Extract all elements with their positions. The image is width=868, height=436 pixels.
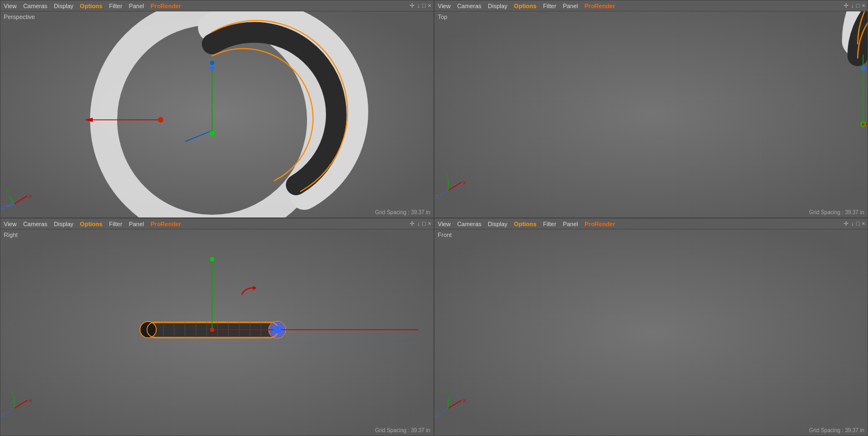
display-menu-front[interactable]: Display <box>487 221 508 227</box>
svg-point-8 <box>158 117 163 123</box>
svg-rect-18 <box>435 11 867 217</box>
top-grid-svg: X Y Z <box>435 11 867 217</box>
filter-menu-top[interactable]: Filter <box>542 3 557 9</box>
prorend-menu-top[interactable]: ProRender <box>584 3 616 9</box>
fullscreen-icon-right[interactable]: □ <box>422 220 426 227</box>
move-icon-right[interactable]: ✛ <box>410 220 414 227</box>
svg-text:Z: Z <box>436 194 439 200</box>
front-label: Front <box>438 232 452 238</box>
prorend-menu-right[interactable]: ProRender <box>150 221 182 227</box>
viewport-right[interactable]: View Cameras Display Options Filter Pane… <box>0 218 434 436</box>
panel-menu-persp[interactable]: Panel <box>127 3 145 9</box>
top-canvas: X Y Z <box>435 11 867 217</box>
options-menu-right[interactable]: Options <box>79 221 104 227</box>
toolbar-icons-right: ✛ ↓ □ × <box>410 220 431 227</box>
view-menu-persp[interactable]: View <box>3 3 18 9</box>
options-menu-persp[interactable]: Options <box>79 3 104 9</box>
display-menu-persp[interactable]: Display <box>53 3 74 9</box>
close-icon-front[interactable]: × <box>862 220 865 227</box>
filter-menu-right[interactable]: Filter <box>108 221 123 227</box>
viewport-grid: View Cameras Display Options Filter Pane… <box>0 0 868 436</box>
move-icon-front[interactable]: ✛ <box>844 220 848 227</box>
down-icon-front[interactable]: ↓ <box>851 220 854 227</box>
panel-menu-right[interactable]: Panel <box>127 221 145 227</box>
right-canvas: X Y Z <box>1 229 433 435</box>
svg-point-9 <box>209 131 215 136</box>
right-grid-svg: X Y Z <box>1 229 433 435</box>
display-menu-top[interactable]: Display <box>487 3 508 9</box>
prorend-menu-persp[interactable]: ProRender <box>150 3 182 9</box>
cameras-menu-top[interactable]: Cameras <box>456 3 483 9</box>
down-icon-right[interactable]: ↓ <box>417 220 420 227</box>
svg-point-56 <box>210 328 214 332</box>
svg-text:Y: Y <box>445 172 449 178</box>
move-icon-top[interactable]: ✛ <box>844 2 848 9</box>
svg-point-10 <box>210 66 214 70</box>
cameras-menu-front[interactable]: Cameras <box>456 221 483 227</box>
svg-point-38 <box>141 322 156 337</box>
viewport-top[interactable]: View Cameras Display Options Filter Pane… <box>434 0 868 218</box>
prorend-menu-front[interactable]: ProRender <box>584 221 616 227</box>
view-menu-right[interactable]: View <box>3 221 18 227</box>
perspective-label: Perspective <box>4 14 35 20</box>
options-menu-front[interactable]: Options <box>513 221 538 227</box>
toolbar-right: View Cameras Display Options Filter Pane… <box>1 219 433 229</box>
toolbar-icons-persp: ✛ ↓ □ × <box>410 2 431 9</box>
toolbar-front: View Cameras Display Options Filter Pane… <box>435 219 867 229</box>
grid-spacing-right: Grid Spacing : 39.37 in <box>375 427 430 433</box>
svg-point-6 <box>210 61 214 65</box>
view-menu-front[interactable]: View <box>437 221 452 227</box>
down-icon-persp[interactable]: ↓ <box>417 2 420 9</box>
svg-point-55 <box>273 326 281 334</box>
filter-menu-persp[interactable]: Filter <box>108 3 123 9</box>
fullscreen-icon-front[interactable]: □ <box>856 220 860 227</box>
toolbar-icons-front: ✛ ↓ □ × <box>844 220 865 227</box>
svg-text:X: X <box>463 398 466 403</box>
grid-spacing-front: Grid Spacing : 39.37 in <box>809 427 864 433</box>
perspective-canvas: X Y Z <box>1 11 433 217</box>
move-icon-persp[interactable]: ✛ <box>410 2 414 9</box>
viewport-front[interactable]: View Cameras Display Options Filter Pane… <box>434 218 868 436</box>
svg-text:Y: Y <box>445 390 449 396</box>
top-label: Top <box>438 14 448 20</box>
grid-spacing-persp: Grid Spacing : 39.37 in <box>375 209 430 215</box>
grid-spacing-top: Grid Spacing : 39.37 in <box>809 209 864 215</box>
front-grid-svg: X Y Z <box>435 229 867 435</box>
svg-rect-66 <box>435 229 867 435</box>
down-icon-top[interactable]: ↓ <box>851 2 854 9</box>
svg-text:Y: Y <box>6 189 9 194</box>
svg-text:X: X <box>463 180 466 185</box>
toolbar-icons-top: ✛ ↓ □ × <box>844 2 865 9</box>
panel-menu-front[interactable]: Panel <box>561 221 579 227</box>
view-menu-top[interactable]: View <box>437 3 452 9</box>
cameras-menu-persp[interactable]: Cameras <box>22 3 49 9</box>
viewport-perspective[interactable]: View Cameras Display Options Filter Pane… <box>0 0 434 218</box>
right-label: Right <box>4 232 18 238</box>
close-icon-persp[interactable]: × <box>428 2 431 9</box>
svg-text:X: X <box>29 194 32 199</box>
options-menu-top[interactable]: Options <box>513 3 538 9</box>
svg-text:X: X <box>29 398 32 403</box>
svg-point-53 <box>210 257 214 261</box>
fullscreen-icon-persp[interactable]: □ <box>422 2 426 9</box>
cameras-menu-right[interactable]: Cameras <box>22 221 49 227</box>
svg-text:Z: Z <box>2 412 5 418</box>
display-menu-right[interactable]: Display <box>53 221 74 227</box>
panel-menu-top[interactable]: Panel <box>561 3 579 9</box>
front-canvas: X Y Z <box>435 229 867 435</box>
filter-menu-front[interactable]: Filter <box>542 221 557 227</box>
toolbar-perspective: View Cameras Display Options Filter Pane… <box>1 1 433 11</box>
svg-text:Z: Z <box>2 205 5 210</box>
close-icon-top[interactable]: × <box>862 2 865 9</box>
perspective-grid-svg: X Y Z <box>1 11 433 217</box>
fullscreen-icon-top[interactable]: □ <box>856 2 860 9</box>
svg-point-25 <box>861 123 865 126</box>
toolbar-top: View Cameras Display Options Filter Pane… <box>435 1 867 11</box>
close-icon-right[interactable]: × <box>428 220 431 227</box>
svg-text:Z: Z <box>436 412 439 418</box>
svg-text:Y: Y <box>11 390 15 396</box>
